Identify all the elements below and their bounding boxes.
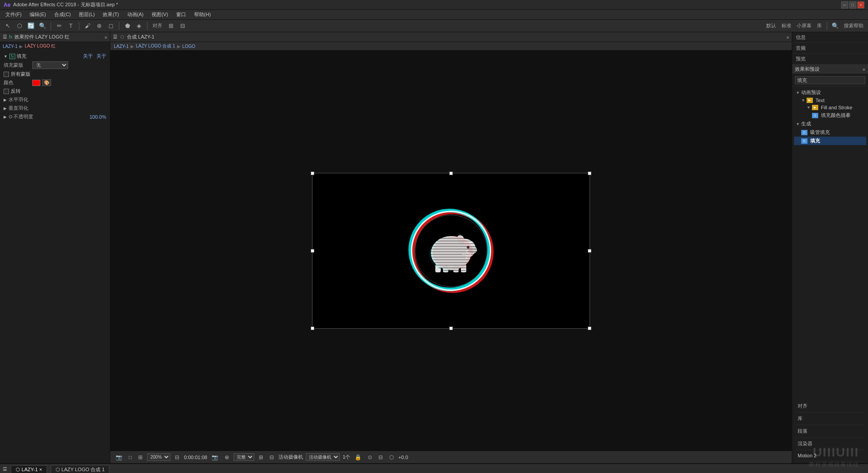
opacity-value[interactable]: 100.0% [90, 114, 106, 120]
workspace-library[interactable]: 库 [815, 22, 824, 29]
preview-transparent-btn[interactable]: ⊞ [136, 454, 144, 461]
preview-regions-btn[interactable]: □ [127, 454, 134, 461]
preview-lock-btn[interactable]: 🔒 [353, 454, 363, 461]
handle-br[interactable] [588, 327, 591, 330]
effects-search-input[interactable] [795, 76, 865, 84]
workspace-small[interactable]: 小屏幕 [795, 22, 813, 29]
preview-reset-btn[interactable]: ⊙ [366, 454, 374, 461]
all-masks-check[interactable]: 所有蒙版 [4, 71, 30, 77]
separator-1 [51, 22, 51, 30]
tree-fill-stroke-folder[interactable]: ▼ ▶ Fill and Stroke [794, 104, 866, 111]
right-audio[interactable]: 音频 [792, 43, 868, 54]
tool-pen[interactable]: ✏ [54, 21, 64, 31]
tool-eraser[interactable]: ◻ [106, 21, 116, 31]
camera-select[interactable]: 活动摄像机 [306, 453, 340, 461]
color-swatch[interactable] [32, 80, 40, 86]
preview-snapshot-btn[interactable]: 📷 [114, 454, 124, 461]
all-masks-row: 所有蒙版 [2, 70, 108, 78]
all-masks-checkbox-box [4, 72, 9, 77]
workspace-default[interactable]: 默认 [764, 22, 778, 29]
bc-lazylogo[interactable]: LAZY LOGO 合成 1 [136, 43, 175, 49]
right-motion2[interactable]: Motion 2 [796, 450, 864, 461]
preview-refresh-btn[interactable]: ⊕ [223, 454, 231, 461]
handle-tr[interactable] [588, 172, 591, 175]
bc-lazy1[interactable]: LAZY-1 [114, 44, 129, 49]
preview-guide-btn[interactable]: ⊟ [268, 454, 276, 461]
fill-mask-dropdown[interactable]: 无 [32, 61, 68, 69]
tree-eyedropper-fill[interactable]: ⊡ 吸管填充 [794, 128, 866, 137]
tool-brush[interactable]: 🖌 [82, 21, 92, 31]
fill-about-label[interactable]: 关于 [83, 53, 93, 60]
invert-label: 反转 [11, 88, 21, 95]
invert-check[interactable]: 反转 [4, 88, 21, 95]
tree-fill-item[interactable]: ⊡ 填充 [794, 137, 866, 145]
menu-window[interactable]: 窗口 [173, 10, 190, 19]
menu-animation[interactable]: 动画(A) [124, 10, 148, 19]
menu-layer[interactable]: 图层(L) [75, 10, 98, 19]
tab-lazy1[interactable]: ⬡ LAZY-1 × [11, 465, 47, 473]
tab-lazylogo[interactable]: ⬡ LAZY LOGO 合成 1 [51, 465, 109, 473]
separator-2 [79, 22, 79, 30]
separator-4 [147, 22, 148, 30]
handle-mr[interactable] [588, 249, 591, 253]
tool-align[interactable]: ⊞ [166, 21, 176, 31]
close-button[interactable]: × [857, 1, 864, 9]
tool-zoom[interactable]: 🔍 [38, 21, 48, 31]
panel-expand-btn[interactable]: » [104, 34, 107, 40]
menu-file[interactable]: 文件(F) [2, 10, 25, 19]
breadcrumb-lazylogoref[interactable]: LAZY LOGO 红 [25, 43, 56, 49]
comp-expand-btn[interactable]: » [786, 34, 789, 40]
menu-composition[interactable]: 合成(C) [51, 10, 74, 19]
right-info[interactable]: 信息 [792, 32, 868, 43]
tool-roto[interactable]: ⬟ [122, 21, 132, 31]
search-button[interactable]: 🔍 [830, 21, 840, 31]
preview-3d-btn[interactable]: ⬡ [387, 454, 395, 461]
maximize-button[interactable]: □ [849, 1, 856, 9]
handle-tl[interactable] [311, 172, 314, 175]
menu-help[interactable]: 帮助(H) [191, 10, 214, 19]
menu-effect[interactable]: 效果(T) [99, 10, 122, 19]
right-renderer[interactable]: 渲染器 [796, 438, 864, 450]
preview-fit-btn[interactable]: ⊟ [173, 454, 181, 461]
bc-logo[interactable]: LOGO [182, 44, 195, 49]
preview-safe-btn[interactable]: ⊟ [377, 454, 385, 461]
tree-generate-group[interactable]: ▼ 生成 [794, 120, 866, 128]
fill-arrow: ▼ [4, 54, 8, 59]
effects-close-btn[interactable]: × [863, 67, 865, 72]
right-align[interactable]: 对齐 [796, 400, 864, 413]
breadcrumb-lazy1[interactable]: LAZY-1 [3, 44, 17, 49]
handle-ml[interactable] [311, 249, 314, 253]
panel-menu-icon[interactable]: ☰ [3, 34, 7, 40]
workspace-standard[interactable]: 标准 [780, 22, 793, 29]
tree-arrow-1: ▼ [796, 90, 800, 95]
handle-bl[interactable] [311, 327, 314, 330]
handle-tc[interactable] [449, 172, 453, 175]
minimize-button[interactable]: ─ [841, 1, 848, 9]
fill-reset-label[interactable]: 关于 [96, 53, 106, 60]
tool-orbit[interactable]: 🔄 [26, 21, 36, 31]
timeline-menu-icon[interactable]: ☰ [3, 466, 7, 472]
tree-fill-color-item[interactable]: ⊡ 填充颜色描摹 [794, 111, 866, 120]
menu-view[interactable]: 视图(V) [148, 10, 172, 19]
right-preview[interactable]: 预览 [792, 54, 868, 64]
tool-text[interactable]: T [66, 21, 76, 31]
tree-text-folder[interactable]: ▼ ▶ Text [794, 97, 866, 104]
tree-animation-presets[interactable]: ▼ 动画预设 [794, 88, 866, 97]
right-library[interactable]: 库 [796, 413, 864, 425]
tool-select[interactable]: ↖ [3, 21, 13, 31]
color-picker-btn[interactable]: 🎨 [42, 79, 51, 86]
fill-effect-header[interactable]: ▼ fx 填充 关于 关于 [2, 52, 108, 60]
preview-camera-icon[interactable]: 📷 [210, 454, 220, 461]
zoom-select[interactable]: 200% 100% 50% [147, 453, 170, 461]
tool-shape[interactable]: ⬡ [14, 21, 24, 31]
menu-edit[interactable]: 编辑(E) [26, 10, 50, 19]
tool-clone[interactable]: ⊕ [94, 21, 104, 31]
right-paragraph[interactable]: 段落 [796, 425, 864, 438]
tool-snapping[interactable]: ⊟ [178, 21, 187, 31]
preview-grid-btn[interactable]: ⊞ [257, 454, 265, 461]
tool-puppet[interactable]: ◈ [134, 21, 144, 31]
quality-select[interactable]: 完整 1/2 1/4 [234, 453, 254, 461]
handle-bc[interactable] [449, 327, 453, 330]
comp-menu-icon[interactable]: ☰ [113, 34, 117, 40]
right-panel: 信息 音频 预览 效果和预设 × ▼ 动画预设 ▼ ▶ Tex [792, 32, 868, 463]
